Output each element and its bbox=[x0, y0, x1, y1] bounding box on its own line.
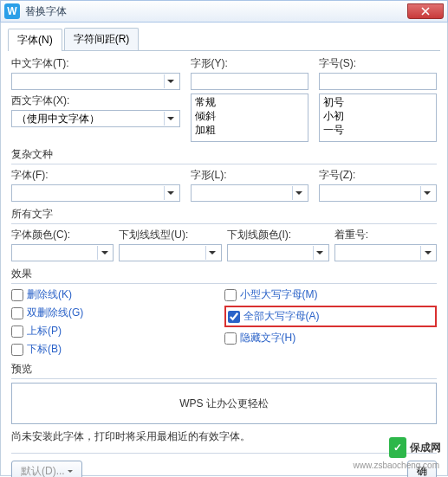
hidden-checkbox[interactable]: 隐藏文字(H) bbox=[224, 331, 438, 345]
subscript-checkbox[interactable]: 下标(B) bbox=[11, 342, 224, 357]
default-button[interactable]: 默认(D)... bbox=[11, 461, 82, 477]
allcaps-highlight: 全部大写字母(A) bbox=[224, 306, 438, 327]
complex-size-combo[interactable] bbox=[319, 184, 437, 202]
list-item[interactable]: 加粗 bbox=[193, 123, 306, 137]
tab-strip: 字体(N) 字符间距(R) bbox=[8, 28, 440, 51]
western-font-combo[interactable]: （使用中文字体） bbox=[11, 110, 180, 127]
chevron-down-icon bbox=[164, 186, 178, 200]
complex-style-combo[interactable] bbox=[191, 184, 308, 202]
complex-font-combo[interactable] bbox=[11, 184, 180, 202]
style-listbox[interactable]: 常规 倾斜 加粗 bbox=[191, 93, 308, 142]
watermark: ✓ 保成网 bbox=[389, 437, 441, 458]
underline-style-combo[interactable] bbox=[119, 244, 221, 261]
watermark-url: www.zsbaocheng.com bbox=[354, 461, 440, 470]
font-color-label: 字体颜色(C): bbox=[11, 228, 114, 242]
close-button[interactable] bbox=[407, 3, 444, 19]
chevron-down-icon bbox=[292, 186, 306, 200]
complex-style-label: 字形(L): bbox=[191, 168, 308, 183]
chevron-down-icon bbox=[97, 246, 111, 260]
western-font-value: （使用中文字体） bbox=[14, 112, 164, 126]
window-title: 替换字体 bbox=[25, 4, 67, 19]
style-label: 字形(Y): bbox=[191, 56, 308, 71]
font-color-combo[interactable] bbox=[11, 244, 114, 261]
font-panel: 中文字体(T): 字形(Y): 字号(S): 西文字体(X): （使用中文字体）… bbox=[8, 56, 440, 477]
chevron-down-icon bbox=[420, 246, 434, 260]
cn-font-label: 中文字体(T): bbox=[11, 56, 180, 71]
close-icon bbox=[421, 7, 430, 16]
list-item[interactable]: 常规 bbox=[193, 95, 306, 109]
underline-style-label: 下划线线型(U): bbox=[119, 228, 221, 242]
install-note: 尚未安装此字体，打印时将采用最相近的有效字体。 bbox=[11, 429, 437, 444]
list-item[interactable]: 小初 bbox=[321, 109, 434, 123]
chevron-down-icon bbox=[164, 112, 178, 126]
underline-color-label: 下划线颜色(I): bbox=[227, 228, 329, 242]
list-item[interactable]: 倾斜 bbox=[193, 109, 306, 123]
western-font-label: 西文字体(X): bbox=[11, 93, 180, 108]
double-strike-checkbox[interactable]: 双删除线(G) bbox=[11, 306, 224, 320]
list-item[interactable]: 一号 bbox=[321, 123, 434, 137]
chevron-down-icon bbox=[68, 466, 73, 478]
style-input[interactable] bbox=[191, 73, 308, 90]
complex-size-label: 字号(Z): bbox=[319, 168, 437, 183]
chevron-down-icon bbox=[313, 246, 327, 260]
effects-title: 效果 bbox=[11, 267, 437, 284]
size-listbox[interactable]: 初号 小初 一号 bbox=[319, 93, 437, 142]
cn-font-combo[interactable] bbox=[11, 73, 180, 90]
tab-font[interactable]: 字体(N) bbox=[8, 29, 62, 51]
complex-font-label: 字体(F): bbox=[11, 168, 180, 183]
chevron-down-icon bbox=[205, 246, 219, 260]
preview-title: 预览 bbox=[11, 362, 437, 379]
shield-icon: ✓ bbox=[389, 437, 406, 458]
preview-box: WPS 让办公更轻松 bbox=[11, 383, 437, 424]
emphasis-label: 着重号: bbox=[334, 228, 437, 242]
size-input[interactable] bbox=[319, 73, 437, 90]
preview-text: WPS 让办公更轻松 bbox=[179, 396, 269, 411]
strike-checkbox[interactable]: 删除线(K) bbox=[11, 287, 224, 302]
size-label: 字号(S): bbox=[319, 56, 437, 71]
complex-title: 复杂文种 bbox=[11, 147, 437, 164]
app-icon: W bbox=[4, 3, 20, 19]
superscript-checkbox[interactable]: 上标(P) bbox=[11, 324, 224, 338]
tab-spacing[interactable]: 字符间距(R) bbox=[64, 28, 140, 50]
emphasis-combo[interactable] bbox=[334, 244, 437, 261]
underline-color-combo[interactable] bbox=[227, 244, 329, 261]
chevron-down-icon bbox=[420, 186, 434, 200]
list-item[interactable]: 初号 bbox=[321, 95, 434, 109]
dialog-body: 字体(N) 字符间距(R) 中文字体(T): 字形(Y): 字号(S): 西文字… bbox=[0, 23, 448, 476]
smallcaps-checkbox[interactable]: 小型大写字母(M) bbox=[224, 287, 438, 302]
chevron-down-icon bbox=[164, 74, 178, 88]
watermark-name: 保成网 bbox=[410, 441, 441, 455]
alltext-title: 所有文字 bbox=[11, 207, 437, 224]
titlebar: W 替换字体 bbox=[0, 0, 448, 23]
allcaps-checkbox[interactable]: 全部大写字母(A) bbox=[228, 309, 320, 324]
